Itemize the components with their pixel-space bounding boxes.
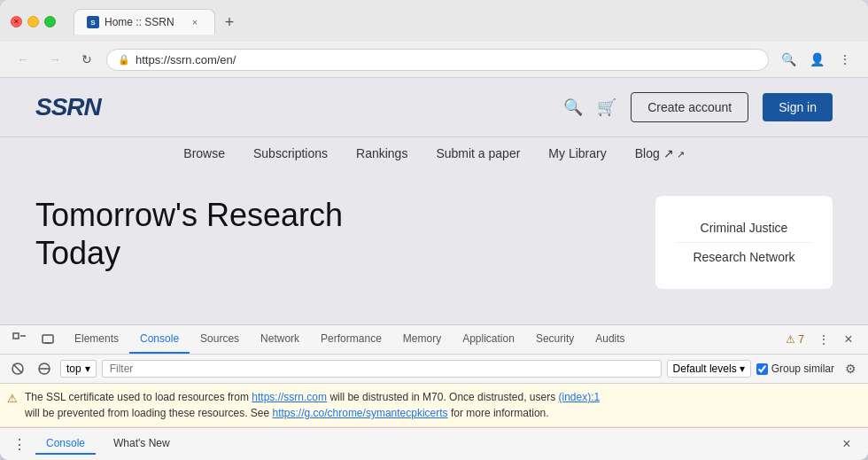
more-toolbar-icon[interactable]: ⋮ [833,47,857,72]
browser-window: ✕ S Home :: SSRN × + ← → ↻ 🔒 [0,0,868,460]
console-link-ssrn[interactable]: https://ssrn.com [252,391,327,403]
network-item-2: Research Network [677,243,811,271]
devtools-tab-elements[interactable]: Elements [64,325,129,354]
tab-title: Home :: SSRN [105,16,182,28]
devtools-tab-memory[interactable]: Memory [392,325,452,354]
back-button[interactable]: ← [11,47,35,72]
tab-close-button[interactable]: × [188,15,202,29]
ssrn-logo: SSRN [35,93,101,121]
console-message-ssl: ⚠ The SSL certificate used to load resou… [0,384,868,427]
devtools-more-button[interactable]: ⋮ [811,327,836,352]
sign-in-button[interactable]: Sign in [763,93,833,121]
website-content: SSRN 🔍 🛒 Create account Sign in Browse S… [0,78,868,324]
hero-text: Tomorrow's Research Today [35,196,343,272]
new-tab-button[interactable]: + [217,10,242,35]
console-line-ref[interactable]: (index):1 [559,391,601,403]
devtools-tab-audits[interactable]: Audits [585,325,635,354]
devtools-tab-performance[interactable]: Performance [310,325,392,354]
site-search-icon[interactable]: 🔍 [563,97,583,117]
address-text: https://ssrn.com/en/ [136,53,757,66]
bottom-tab-whats-new[interactable]: What's New [103,433,181,455]
devtools-inspect-button[interactable] [7,327,32,352]
nav-submit-paper[interactable]: Submit a paper [436,146,520,160]
svg-rect-0 [13,333,19,339]
forward-button[interactable]: → [43,47,67,72]
devtools-close-button[interactable]: × [836,327,861,352]
active-tab[interactable]: S Home :: SSRN × [74,9,215,35]
site-cart-icon[interactable]: 🛒 [597,97,616,117]
console-warning-icon: ⚠ [7,390,18,408]
address-bar-row: ← → ↻ 🔒 https://ssrn.com/en/ 🔍 👤 ⋮ [0,42,868,78]
site-hero: Tomorrow's Research Today Criminal Justi… [0,169,868,316]
devtools-device-button[interactable] [35,327,60,352]
console-context-select[interactable]: top ▾ [60,360,97,378]
console-toolbar: top ▾ Default levels ▾ Group similar ⚙ [0,355,868,384]
account-toolbar-icon[interactable]: 👤 [804,47,829,72]
window-controls: ✕ [11,16,56,27]
devtools-panel: Elements Console Sources Network Perform… [0,324,868,460]
nav-my-library[interactable]: My Library [548,146,606,160]
site-header: SSRN 🔍 🛒 Create account Sign in [0,78,868,136]
devtools-bottom-bar: ⋮ Console What's New × [0,427,868,460]
console-clear-button[interactable] [7,358,28,379]
devtools-warning-badge[interactable]: ⚠ 7 [779,333,811,346]
network-item-1: Criminal Justice [677,214,811,243]
devtools-tab-console[interactable]: Console [129,325,190,354]
svg-rect-2 [43,335,53,343]
devtools-tabs-row: Elements Console Sources Network Perform… [0,325,868,355]
title-bar: ✕ S Home :: SSRN × + [0,0,868,42]
console-levels-select[interactable]: Default levels ▾ [667,360,751,378]
console-group-similar-checkbox[interactable]: Group similar [756,363,834,375]
header-right: 🔍 🛒 Create account Sign in [563,92,833,122]
console-link-chrome[interactable]: https://g.co/chrome/symantecpkicerts [273,407,448,419]
devtools-tab-security[interactable]: Security [525,325,585,354]
browser-toolbar-icons: 🔍 👤 ⋮ [776,47,857,72]
bottom-tab-console[interactable]: Console [35,433,96,455]
nav-browse[interactable]: Browse [183,146,225,160]
devtools-tab-application[interactable]: Application [452,325,525,354]
console-block-button[interactable] [34,358,55,379]
minimize-window-button[interactable] [27,16,39,27]
warning-triangle-icon: ⚠ [786,333,795,346]
nav-rankings[interactable]: Rankings [356,146,407,160]
research-network-card: Criminal Justice Research Network [655,196,833,289]
svg-line-5 [13,364,22,373]
nav-blog[interactable]: Blog ↗ [635,146,685,160]
console-message-text: The SSL certificate used to load resourc… [25,389,861,421]
refresh-button[interactable]: ↻ [74,47,99,72]
create-account-button[interactable]: Create account [631,92,748,122]
browser-tabs: S Home :: SSRN × + [74,9,242,35]
search-toolbar-icon[interactable]: 🔍 [776,47,801,72]
maximize-window-button[interactable] [44,16,56,27]
console-settings-icon[interactable]: ⚙ [840,358,861,379]
bottom-close-button[interactable]: × [836,433,857,455]
devtools-tab-sources[interactable]: Sources [190,325,250,354]
console-filter-input[interactable] [102,360,662,378]
lock-icon: 🔒 [118,54,130,66]
site-nav: Browse Subscriptions Rankings Submit a p… [0,136,868,169]
tab-favicon: S [87,16,99,28]
devtools-tab-network[interactable]: Network [250,325,310,354]
close-window-button[interactable]: ✕ [11,16,22,27]
address-bar[interactable]: 🔒 https://ssrn.com/en/ [106,49,769,71]
bottom-dots-button[interactable]: ⋮ [11,435,28,453]
console-messages: ⚠ The SSL certificate used to load resou… [0,384,868,427]
nav-subscriptions[interactable]: Subscriptions [253,146,328,160]
